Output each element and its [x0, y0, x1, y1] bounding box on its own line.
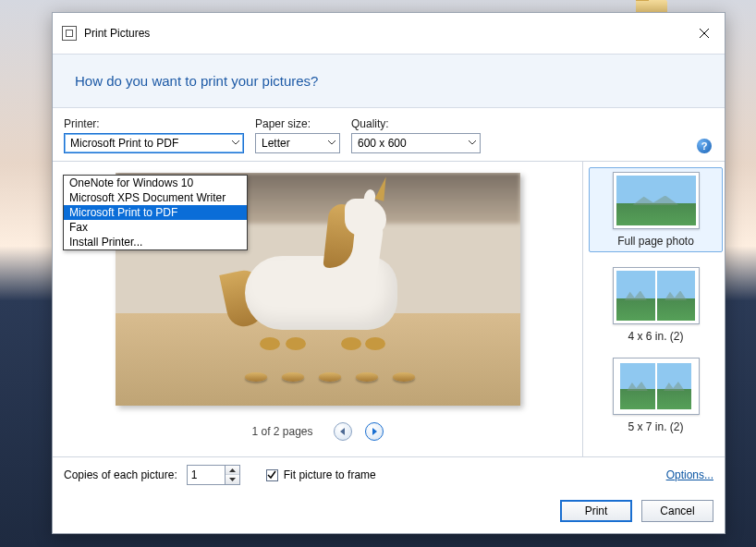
print-button[interactable]: Print — [560, 500, 632, 522]
printer-icon — [62, 26, 77, 41]
paper-size-value: Letter — [262, 137, 290, 150]
titlebar: Print Pictures — [53, 13, 725, 54]
print-pictures-dialog: Print Pictures How do you want to print … — [52, 12, 726, 534]
printer-label: Printer: — [64, 117, 244, 130]
paper-size-label: Paper size: — [255, 117, 340, 130]
svg-marker-5 — [229, 478, 236, 481]
next-page-button[interactable] — [365, 422, 384, 441]
svg-marker-3 — [372, 428, 377, 435]
close-button[interactable] — [693, 22, 715, 44]
printer-select-value: Microsoft Print to PDF — [70, 137, 178, 150]
caret-up-icon — [229, 468, 236, 472]
printer-option-onenote[interactable]: OneNote for Windows 10 — [64, 176, 247, 190]
pager: 1 of 2 pages — [251, 422, 383, 441]
page-indicator: 1 of 2 pages — [251, 425, 312, 438]
layout-label: Full page photo — [593, 235, 718, 248]
header-band: How do you want to print your pictures? — [53, 54, 725, 108]
copies-down-button[interactable] — [226, 475, 239, 484]
help-icon[interactable]: ? — [697, 139, 712, 153]
layout-full-page[interactable]: Full page photo — [589, 167, 723, 252]
chevron-down-icon — [328, 140, 335, 146]
printer-select[interactable]: Microsoft Print to PDF — [64, 133, 244, 153]
options-link[interactable]: Options... — [666, 468, 713, 481]
chevron-down-icon — [469, 140, 476, 146]
layout-5x7[interactable]: 5 x 7 in. (2) — [589, 358, 723, 433]
copies-up-button[interactable] — [226, 466, 239, 475]
chevron-down-icon — [232, 140, 239, 146]
svg-marker-2 — [340, 428, 345, 435]
layout-thumb — [613, 358, 700, 415]
paper-size-select[interactable]: Letter — [255, 133, 340, 153]
action-row: Print Cancel — [53, 492, 725, 533]
printer-option-install[interactable]: Install Printer... — [64, 235, 247, 249]
svg-marker-4 — [229, 468, 236, 472]
layout-thumb — [613, 267, 700, 324]
close-icon — [699, 28, 710, 39]
cancel-button[interactable]: Cancel — [641, 500, 713, 522]
quality-label: Quality: — [351, 117, 481, 130]
copies-label: Copies of each picture: — [64, 468, 177, 481]
bottom-row: Copies of each picture: Fit picture to f… — [53, 457, 725, 492]
header-question: How do you want to print your pictures? — [75, 73, 702, 89]
layout-thumb — [613, 172, 700, 229]
copies-input[interactable] — [188, 466, 225, 484]
checkbox-box — [266, 469, 278, 481]
caret-down-icon — [229, 478, 236, 481]
printer-option-fax[interactable]: Fax — [64, 220, 247, 235]
quality-select[interactable]: 600 x 600 — [351, 133, 481, 153]
copies-spinner[interactable] — [187, 465, 240, 485]
check-icon — [267, 470, 276, 480]
arrow-left-icon — [339, 428, 347, 435]
layout-label: 4 x 6 in. (2) — [589, 330, 723, 343]
printer-dropdown-list[interactable]: OneNote for Windows 10 Microsoft XPS Doc… — [63, 175, 248, 250]
printer-option-xps[interactable]: Microsoft XPS Document Writer — [64, 190, 247, 205]
printer-option-pdf[interactable]: Microsoft Print to PDF — [64, 205, 247, 220]
layout-list[interactable]: Full page photo 4 x 6 in. (2) 5 x 7 in. … — [582, 162, 725, 456]
window-title: Print Pictures — [84, 27, 150, 40]
layout-4x6[interactable]: 4 x 6 in. (2) — [589, 267, 723, 343]
layout-label: 5 x 7 in. (2) — [589, 420, 723, 433]
fit-label: Fit picture to frame — [284, 468, 376, 481]
quality-value: 600 x 600 — [358, 137, 407, 150]
controls-row: Printer: Microsoft Print to PDF Paper si… — [53, 108, 725, 161]
fit-to-frame-checkbox[interactable]: Fit picture to frame — [266, 468, 376, 481]
prev-page-button[interactable] — [334, 422, 352, 441]
arrow-right-icon — [371, 428, 378, 435]
